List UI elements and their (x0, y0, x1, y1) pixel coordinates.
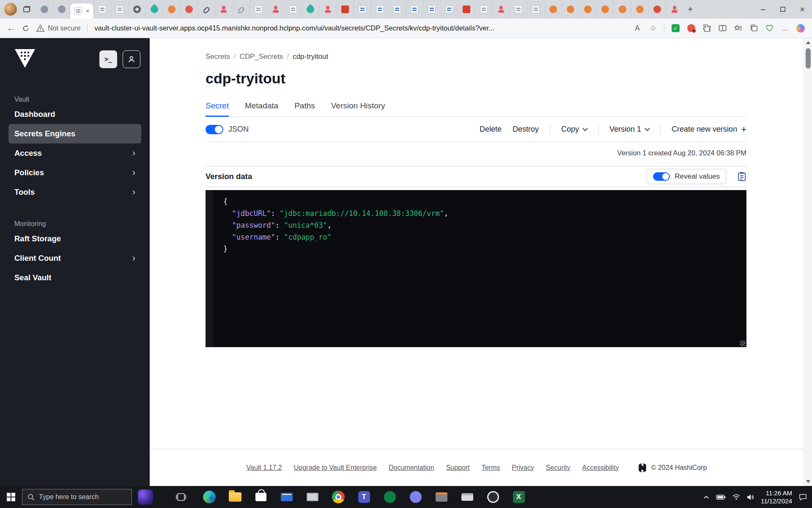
tab-paths[interactable]: Paths (294, 101, 315, 116)
browser-tab[interactable] (145, 0, 163, 19)
taskbar-app-webex-icon[interactable] (377, 486, 403, 508)
browser-tab[interactable] (406, 0, 423, 19)
tab-metadata[interactable]: Metadata (245, 101, 278, 116)
read-aloud-icon[interactable]: A (633, 24, 642, 33)
taskbar-app-teams-chat-icon[interactable] (403, 486, 428, 508)
footer-link-documentation[interactable]: Documentation (389, 464, 434, 472)
sidebar-item-raft-storage[interactable]: Raft Storage (8, 229, 141, 248)
taskbar-app-teams-icon[interactable]: T (351, 486, 377, 508)
start-button[interactable] (0, 486, 22, 508)
tab-secret[interactable]: Secret (206, 101, 229, 117)
sidebar-item-secrets-engines[interactable]: Secrets Engines (8, 124, 141, 144)
maximize-button[interactable] (773, 0, 793, 19)
search-highlight-icon[interactable] (136, 486, 155, 508)
browser-profile-avatar[interactable] (4, 3, 17, 16)
browser-tab[interactable] (232, 0, 250, 19)
browser-tab[interactable] (614, 0, 631, 19)
browser-tab[interactable] (458, 0, 475, 19)
browser-tab[interactable] (215, 0, 232, 19)
browser-tab[interactable] (198, 0, 215, 19)
reveal-values-toggle[interactable]: Reveal values (647, 169, 726, 184)
browser-tab[interactable] (371, 0, 388, 19)
browser-tab[interactable] (666, 0, 683, 19)
sidebar-item-tools[interactable]: Tools› (8, 182, 141, 202)
taskbar-app-edge-icon[interactable] (196, 486, 222, 508)
extension-blocker-icon[interactable] (686, 24, 696, 33)
tab-actions-icon[interactable] (20, 3, 33, 16)
minimize-button[interactable] (754, 0, 773, 19)
task-view-button[interactable] (171, 486, 191, 508)
split-screen-icon[interactable] (718, 24, 727, 33)
browser-tab[interactable] (180, 0, 198, 19)
breadcrumb-link[interactable]: CDP_Secrets (239, 52, 283, 61)
taskbar-app-obs-icon[interactable] (480, 486, 506, 508)
favorite-star-icon[interactable]: ☆ (648, 24, 658, 33)
volume-icon[interactable] (747, 494, 754, 500)
browser-tab[interactable] (336, 0, 354, 19)
taskbar-app-store-icon[interactable] (248, 486, 274, 508)
copy-dropdown[interactable]: Copy (561, 125, 587, 134)
browser-tab[interactable] (510, 0, 527, 19)
extensions-puzzle-icon[interactable] (702, 24, 711, 33)
footer-link-accessibility[interactable]: Accessibility (582, 464, 619, 472)
resize-grip-icon[interactable] (740, 340, 746, 346)
copy-secret-icon[interactable] (737, 171, 746, 182)
scroll-up-icon[interactable] (806, 41, 810, 44)
browser-tab[interactable] (596, 0, 614, 19)
footer-link-support[interactable]: Support (446, 464, 470, 472)
network-icon[interactable] (732, 494, 740, 500)
favorites-bar-icon[interactable] (733, 24, 743, 33)
json-code-editor[interactable]: { "jdbcURL": "jdbc:mariadb://10.14.108.3… (206, 190, 746, 347)
url-field[interactable]: vault-cluster-ui-vault-server.apps.ocp41… (94, 24, 626, 32)
vault-logo[interactable] (14, 49, 36, 69)
browser-tab[interactable] (111, 0, 128, 19)
taskbar-app-mail-icon[interactable] (274, 486, 299, 508)
copilot-icon[interactable] (796, 24, 805, 33)
refresh-icon[interactable] (22, 25, 30, 32)
taskbar-app-screen-clip-icon[interactable] (299, 486, 325, 508)
browser-tab[interactable] (93, 0, 111, 19)
taskbar-app-remote-desktop-icon[interactable] (428, 486, 454, 508)
browser-tab[interactable] (527, 0, 544, 19)
footer-link-upgrade-to-vault-enterprise[interactable]: Upgrade to Vault Enterprise (294, 464, 377, 472)
tab-close-icon[interactable]: × (86, 8, 89, 14)
hidden-icons-chevron[interactable] (703, 495, 709, 499)
browser-tab[interactable] (562, 0, 579, 19)
browser-tab[interactable] (475, 0, 492, 19)
browser-tab[interactable] (267, 0, 284, 19)
sidebar-item-client-count[interactable]: Client Count› (8, 248, 141, 268)
web-cli-button[interactable]: >_ (99, 50, 117, 68)
browser-tab[interactable] (631, 0, 648, 19)
footer-link-privacy[interactable]: Privacy (512, 464, 534, 472)
battery-icon[interactable] (716, 494, 726, 500)
sidebar-item-access[interactable]: Access› (8, 144, 141, 163)
browser-tab[interactable] (492, 0, 510, 19)
taskbar-search[interactable]: Type here to search (22, 489, 132, 505)
close-button[interactable]: × (793, 0, 812, 19)
scroll-down-icon[interactable] (806, 480, 810, 483)
json-toggle[interactable] (206, 125, 223, 134)
browser-tab[interactable] (544, 0, 562, 19)
sidebar-item-seal-vault[interactable]: Seal Vault (8, 268, 141, 287)
browser-tab[interactable] (423, 0, 440, 19)
footer-link-security[interactable]: Security (546, 464, 571, 472)
browser-tab[interactable] (53, 0, 70, 19)
delete-button[interactable]: Delete (480, 125, 502, 134)
browser-tab-active[interactable]: × (70, 3, 93, 19)
security-chip[interactable]: Not secure (36, 25, 80, 32)
tab-version-history[interactable]: Version History (331, 101, 385, 116)
browser-tab[interactable] (354, 0, 371, 19)
browser-tab[interactable] (128, 0, 145, 19)
sidebar-item-policies[interactable]: Policies› (8, 163, 141, 182)
destroy-button[interactable]: Destroy (513, 125, 539, 134)
collections-icon[interactable] (749, 24, 758, 33)
version-dropdown[interactable]: Version 1 (609, 125, 649, 134)
footer-link-vault-1-17-2[interactable]: Vault 1.17.2 (247, 464, 282, 472)
browser-tab[interactable] (163, 0, 180, 19)
browser-tab[interactable] (579, 0, 596, 19)
browser-tab[interactable] (648, 0, 666, 19)
back-icon[interactable]: ← (7, 23, 15, 33)
footer-link-terms[interactable]: Terms (482, 464, 500, 472)
browser-tab[interactable] (319, 0, 336, 19)
browser-tab[interactable] (284, 0, 302, 19)
